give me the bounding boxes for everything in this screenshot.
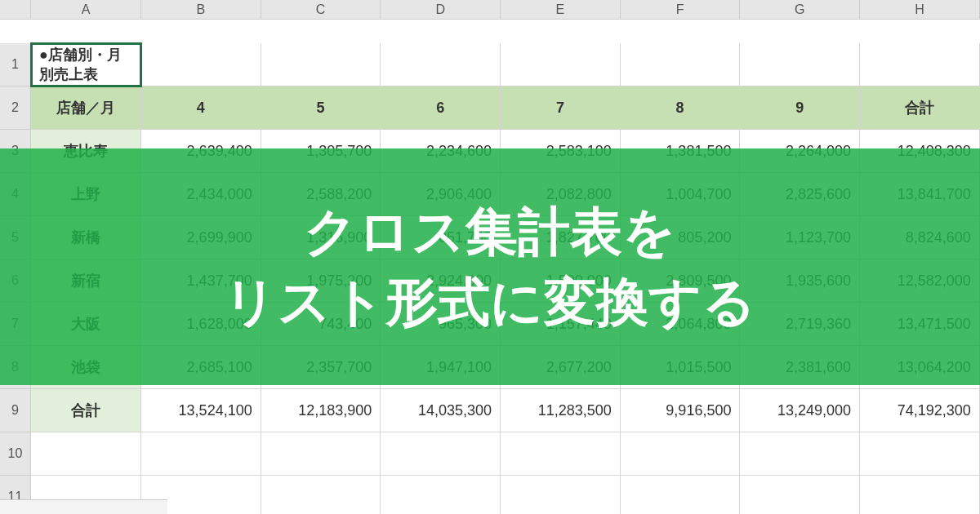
cell-B2[interactable]: 4 xyxy=(141,86,261,130)
select-all-corner[interactable] xyxy=(0,0,31,20)
col-header-E[interactable]: E xyxy=(501,0,621,20)
col-header-H[interactable]: H xyxy=(860,0,980,20)
cell-A10[interactable] xyxy=(31,432,141,476)
cell-H1[interactable] xyxy=(860,43,980,86)
overlay-line-2: リスト形式に変換する xyxy=(224,267,756,337)
cell-A2[interactable]: 店舗／月 xyxy=(31,86,141,130)
cell-G1[interactable] xyxy=(740,43,860,86)
cell-E10[interactable] xyxy=(501,432,621,476)
cell-D1[interactable] xyxy=(381,43,501,86)
cell-F9[interactable]: 9,916,500 xyxy=(621,389,741,432)
cell-A9[interactable]: 合計 xyxy=(31,389,141,432)
cell-C9[interactable]: 12,183,900 xyxy=(261,389,381,432)
cell-H9[interactable]: 74,192,300 xyxy=(860,389,980,432)
cell-E2[interactable]: 7 xyxy=(501,86,621,130)
cell-H10[interactable] xyxy=(860,432,980,476)
cell-D10[interactable] xyxy=(381,432,501,476)
cell-G11[interactable] xyxy=(740,476,860,514)
cell-F11[interactable] xyxy=(621,476,741,514)
col-header-G[interactable]: G xyxy=(740,0,860,20)
row-header-2[interactable]: 2 xyxy=(0,86,31,130)
cell-D11[interactable] xyxy=(381,476,501,514)
col-header-F[interactable]: F xyxy=(621,0,741,20)
cell-E11[interactable] xyxy=(501,476,621,514)
row-header-9[interactable]: 9 xyxy=(0,389,31,432)
cell-C2[interactable]: 5 xyxy=(261,86,381,130)
cell-A1[interactable]: ●店舗別・月別売上表 xyxy=(31,43,141,86)
title-overlay: クロス集計表を リスト形式に変換する xyxy=(0,148,980,385)
col-header-A[interactable]: A xyxy=(31,0,141,20)
cell-C10[interactable] xyxy=(261,432,381,476)
sheet-tab-strip xyxy=(0,499,167,514)
overlay-line-1: クロス集計表を xyxy=(304,197,676,267)
cell-H2[interactable]: 合計 xyxy=(860,86,980,130)
cell-G2[interactable]: 9 xyxy=(740,86,860,130)
row-header-1[interactable]: 1 xyxy=(0,43,31,86)
cell-B10[interactable] xyxy=(141,432,261,476)
cell-E9[interactable]: 11,283,500 xyxy=(501,389,621,432)
cell-G10[interactable] xyxy=(740,432,860,476)
cell-G9[interactable]: 13,249,000 xyxy=(740,389,860,432)
col-header-C[interactable]: C xyxy=(261,0,381,20)
col-header-B[interactable]: B xyxy=(141,0,261,20)
cell-B9[interactable]: 13,524,100 xyxy=(141,389,261,432)
col-header-D[interactable]: D xyxy=(381,0,501,20)
cell-H11[interactable] xyxy=(860,476,980,514)
cell-F2[interactable]: 8 xyxy=(621,86,741,130)
cell-D9[interactable]: 14,035,300 xyxy=(381,389,501,432)
cell-E1[interactable] xyxy=(501,43,621,86)
cell-D2[interactable]: 6 xyxy=(381,86,501,130)
cell-C1[interactable] xyxy=(261,43,381,86)
cell-C11[interactable] xyxy=(261,476,381,514)
cell-B1[interactable] xyxy=(141,43,261,86)
row-header-10[interactable]: 10 xyxy=(0,432,31,476)
cell-F1[interactable] xyxy=(621,43,741,86)
cell-F10[interactable] xyxy=(621,432,741,476)
